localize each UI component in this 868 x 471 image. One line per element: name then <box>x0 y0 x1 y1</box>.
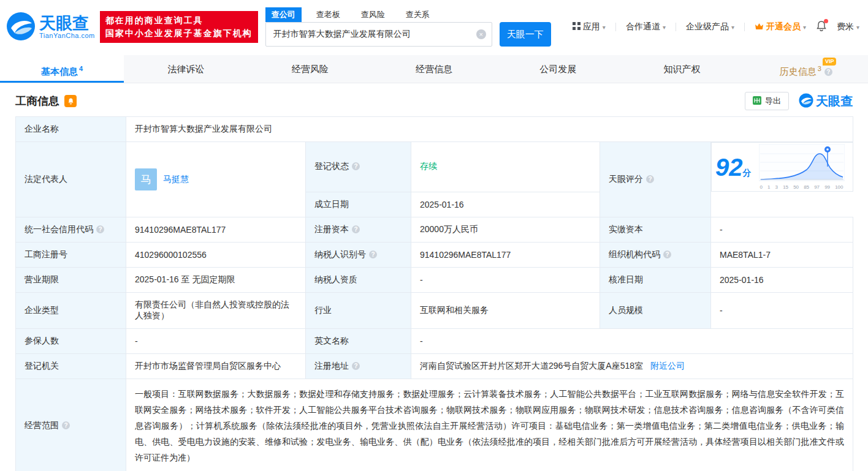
nav-user-account[interactable]: 费米 ▾ <box>837 21 859 32</box>
tab-development-label: 公司发展 <box>539 64 576 74</box>
chevron-down-icon: ▾ <box>603 24 606 31</box>
promo-line-2: 国家中小企业发展子基金旗下机构 <box>105 27 253 40</box>
legal-rep-avatar: 马 <box>135 168 157 190</box>
value-registered-capital: 20000万人民币 <box>411 217 600 242</box>
help-icon[interactable]: ? <box>352 225 360 233</box>
label-taxpayer-id: 纳税人识别号? <box>306 242 411 267</box>
tianyancha-logo-icon <box>6 12 36 43</box>
value-english-name: - <box>411 328 853 353</box>
export-button[interactable]: 导出 <box>745 92 789 110</box>
value-registered-address: 河南自贸试验区开封片区郑开大道296号自贸大厦A座518室 附近公司 <box>411 353 853 379</box>
table-row: 参保人数 - 英文名称 - <box>16 328 853 353</box>
help-icon[interactable]: ? <box>824 68 832 76</box>
search-tab-risk[interactable]: 查风险 <box>355 7 391 22</box>
label-organization-code: 组织机构代码? <box>600 242 711 267</box>
label-company-name: 企业名称 <box>16 117 126 142</box>
help-icon[interactable]: ? <box>96 225 104 233</box>
table-row: 经营范围? 一般项目：互联网数据服务；大数据服务；数据处理和存储支持服务；数据处… <box>16 379 853 471</box>
nav-apps[interactable]: 应用 ▾ <box>573 21 606 32</box>
value-business-term: 2025-01-16 至 无固定期限 <box>126 267 306 292</box>
search-input[interactable] <box>265 22 492 47</box>
search-tab-boss[interactable]: 查老板 <box>310 7 346 22</box>
value-tyc-score: 92分 0 1 3 15 <box>711 142 853 192</box>
score-number: 92分 <box>715 155 752 179</box>
tab-history-count: 3 <box>818 65 821 72</box>
chevron-down-icon: ▾ <box>731 24 734 31</box>
score-axis-tick: 15 <box>783 184 788 190</box>
tab-history-info[interactable]: 历史信息3VIP? <box>744 55 868 83</box>
vip-badge: VIP <box>823 58 837 66</box>
nav-divider <box>615 23 616 31</box>
help-icon[interactable]: ? <box>62 421 70 429</box>
table-row: 统一社会信用代码? 91410296MAE8TAL177 注册资本? 20000… <box>16 217 853 242</box>
nav-divider <box>676 23 676 31</box>
value-organization-code: MAE8TAL1-7 <box>711 242 853 267</box>
apps-grid-icon <box>573 22 581 32</box>
value-registration-status: 存续 <box>411 142 600 192</box>
value-taxpayer-qualification: - <box>411 267 600 292</box>
tab-legal-proceedings[interactable]: 法律诉讼 <box>124 55 248 83</box>
help-icon[interactable]: ? <box>369 251 377 258</box>
nav-enterprise-product[interactable]: 企业级产品 ▾ <box>686 21 734 32</box>
table-row: 工商注册号 410296000102556 纳税人识别号? 91410296MA… <box>16 242 853 267</box>
label-registration-authority: 登记机关 <box>16 353 126 379</box>
brand-watermark: 天眼查 <box>799 93 853 110</box>
monitor-bell-icon[interactable] <box>64 95 77 107</box>
value-registration-number: 410296000102556 <box>126 242 306 267</box>
tab-operating-risk[interactable]: 经营风险 <box>248 55 372 83</box>
business-info-section-header: 工商信息 导出 天眼查 <box>15 92 853 110</box>
clear-search-icon[interactable]: × <box>476 29 486 39</box>
search-tabs: 查公司 查老板 查风险 查关系 <box>265 7 551 22</box>
value-legal-representative: 马 马挺慧 <box>126 142 306 217</box>
nearby-companies-link[interactable]: 附近公司 <box>650 361 685 371</box>
tab-basic-info[interactable]: 基本信息4 <box>0 55 124 83</box>
search-tab-company[interactable]: 查公司 <box>265 7 302 22</box>
label-business-scope: 经营范围? <box>16 379 126 471</box>
score-distribution-chart: 0 1 3 15 50 85 97 99 100 <box>759 144 845 190</box>
notification-bell-icon[interactable] <box>816 20 827 34</box>
logo-title: 天眼查 <box>39 15 95 32</box>
excel-icon <box>753 96 761 107</box>
score-axis-tick: 100 <box>835 184 843 190</box>
top-nav: 应用 ▾ 合作通道 ▾ 企业级产品 ▾ 开通会员 ▾ <box>573 20 859 34</box>
crown-icon <box>755 22 764 32</box>
label-registered-capital: 注册资本? <box>306 217 411 242</box>
table-row: 法定代表人 马 马挺慧 登记状态? 存续 天眼评分? 92分 <box>16 142 853 192</box>
score-axis: 0 1 3 15 50 85 97 99 100 <box>759 184 845 190</box>
value-establish-date: 2025-01-16 <box>411 192 600 217</box>
tab-basic-info-count: 4 <box>79 65 83 72</box>
help-icon[interactable]: ? <box>352 362 360 370</box>
tab-history-label: 历史信息 <box>780 66 817 77</box>
tab-operation-label: 经营信息 <box>416 64 452 74</box>
nav-enterprise-label: 企业级产品 <box>686 21 729 32</box>
label-registered-address: 注册地址? <box>306 353 411 379</box>
label-paid-capital: 实缴资本 <box>600 217 711 242</box>
tab-operating-info[interactable]: 经营信息 <box>372 55 496 83</box>
nav-divider <box>744 23 745 31</box>
label-registration-number: 工商注册号 <box>16 242 126 267</box>
search-button[interactable]: 天眼一下 <box>500 22 551 47</box>
tab-company-development[interactable]: 公司发展 <box>496 55 620 83</box>
label-establish-date: 成立日期 <box>306 192 411 217</box>
table-row: 营业期限 2025-01-16 至 无固定期限 纳税人资质 - 核准日期 202… <box>16 267 853 292</box>
help-icon[interactable]: ? <box>663 251 671 258</box>
help-icon[interactable]: ? <box>646 175 654 183</box>
value-industry: 互联网和相关服务 <box>411 292 600 328</box>
label-taxpayer-qualification: 纳税人资质 <box>306 267 411 292</box>
header-logo[interactable]: 天眼查 TianYanCha.com <box>6 12 95 43</box>
search-tab-relation[interactable]: 查关系 <box>400 7 436 22</box>
nav-open-vip[interactable]: 开通会员 ▾ <box>755 21 806 32</box>
nav-partner-channel[interactable]: 合作通道 ▾ <box>626 21 666 32</box>
chevron-down-icon: ▾ <box>663 24 666 31</box>
help-icon[interactable]: ? <box>352 162 360 170</box>
top-header: 天眼查 TianYanCha.com 都在用的商业查询工具 国家中小企业发展子基… <box>0 0 868 55</box>
value-company-type: 有限责任公司（非自然人投资或控股的法人独资） <box>126 292 306 328</box>
brand-watermark-label: 天眼查 <box>816 93 853 110</box>
label-insured-number: 参保人数 <box>16 328 126 353</box>
value-paid-capital: - <box>711 217 853 242</box>
logo-subtitle: TianYanCha.com <box>39 32 95 39</box>
legal-rep-link[interactable]: 马挺慧 <box>163 174 189 185</box>
tab-intellectual-property[interactable]: 知识产权 <box>620 55 744 83</box>
nav-user-label: 费米 <box>837 21 854 32</box>
label-company-type: 企业类型 <box>16 292 126 328</box>
